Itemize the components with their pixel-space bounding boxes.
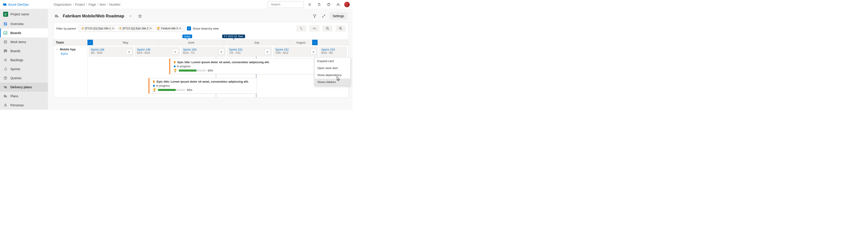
list-icon[interactable]: [306, 1, 313, 8]
azure-devops-icon: [3, 2, 7, 6]
add-item-button[interactable]: ＋: [311, 49, 316, 55]
svg-marker-31: [138, 14, 141, 18]
scroll-right-button[interactable]: ›: [312, 40, 318, 45]
user-settings-icon[interactable]: [335, 1, 342, 8]
sidebar-label: Delivery plans: [10, 85, 32, 89]
search-input[interactable]: [271, 2, 309, 6]
remove-pill[interactable]: ✕: [179, 27, 181, 30]
project-name: Project name: [10, 12, 29, 16]
sidebar-item-personas[interactable]: Personas: [0, 101, 48, 110]
month-june: June: [158, 40, 224, 45]
sidebar-item-backlogs[interactable]: Backlogs: [0, 56, 48, 65]
filter-pill-epic1[interactable]: ♛[FY22 Q1] Epic title 1✕: [80, 26, 116, 31]
svg-rect-19: [6, 50, 7, 52]
breadcrumb-item[interactable]: Item: [99, 3, 105, 6]
add-item-button[interactable]: ＋: [172, 49, 178, 55]
breadcrumb-project[interactable]: Project: [75, 3, 85, 6]
breadcrumb-organization[interactable]: Organization: [54, 3, 71, 6]
sprint-link[interactable]: Sprint 152: [275, 48, 289, 51]
breadcrumb-number[interactable]: Number: [110, 3, 121, 6]
chevron-down-icon: [56, 48, 59, 51]
backlogs-icon: [3, 58, 8, 62]
menu-show-children[interactable]: Show children: [315, 78, 350, 86]
avatar[interactable]: [344, 2, 350, 7]
zoom-in-button[interactable]: [336, 25, 346, 32]
hierarchy-toggle[interactable]: ✓ Show hiearchy view: [187, 26, 219, 31]
sprint-148[interactable]: Sprint 1485/2 - 5/20＋: [89, 47, 133, 57]
global-search[interactable]: [268, 1, 304, 8]
sprint-link[interactable]: Sprint 150: [183, 48, 196, 51]
sidebar-label: Sprints: [10, 67, 20, 71]
brand-link[interactable]: Azure DevOps: [3, 2, 29, 6]
trophy-icon: 🏆: [153, 88, 156, 92]
sidebar-item-boards-sub[interactable]: Boards: [0, 46, 48, 56]
page-title: Fabrikam Mobile/Web Roadmap: [63, 14, 124, 19]
epics-link[interactable]: Epics: [61, 52, 85, 55]
svg-line-37: [328, 29, 329, 30]
plans-icon: [3, 94, 8, 98]
sidebar-item-sprints[interactable]: Sprints: [0, 65, 48, 74]
svg-rect-26: [4, 95, 6, 96]
team-label-column: Mobile App Epics: [54, 45, 88, 97]
main-area: Fabrikam Mobile/Web Roadmap Settings Fil…: [48, 9, 352, 110]
month-july: July: [224, 40, 289, 45]
marketplace-icon[interactable]: [315, 1, 323, 8]
work-items-icon: [3, 40, 8, 44]
sidebar-label: Queries: [10, 76, 22, 80]
sprint-150[interactable]: Sprint 1506/13 - 7/1＋: [181, 47, 226, 57]
epic-card-2[interactable]: ♛Epic title: Lorem ipsum dolor sit amet,…: [149, 78, 257, 94]
menu-show-dependency[interactable]: Show dependency: [315, 72, 350, 78]
sidebar-item-boards[interactable]: Boards: [0, 28, 48, 37]
team-expand[interactable]: Mobile App: [56, 47, 85, 51]
sidebar-label: Boards: [10, 31, 21, 35]
sidebar-item-plans[interactable]: Plans: [0, 92, 48, 101]
dependencies-button[interactable]: [296, 25, 306, 32]
svg-rect-18: [5, 50, 6, 52]
sidebar-item-delivery-plans[interactable]: Delivery plans: [0, 82, 48, 92]
trophy-icon: 🏆: [174, 69, 177, 72]
team-header: Team: [54, 40, 88, 45]
month-august: August: [289, 40, 312, 45]
menu-open-work-item[interactable]: Open work item: [315, 65, 350, 72]
summary-button[interactable]: [309, 25, 319, 32]
sidebar-item-work-items[interactable]: Work items: [0, 37, 48, 46]
crown-icon: ♛: [174, 61, 176, 64]
sidebar-item-queries[interactable]: Queries: [0, 74, 48, 82]
sprint-link[interactable]: Sprint 149: [137, 48, 150, 51]
add-item-button[interactable]: ＋: [218, 49, 224, 55]
sprint-151[interactable]: Sprint 1517/4 - 7/22＋: [227, 47, 272, 57]
breadcrumb-page[interactable]: Page: [89, 3, 96, 6]
settings-button[interactable]: Settings: [329, 12, 347, 20]
sprint-link[interactable]: Sprint 153: [321, 48, 335, 51]
sidebar-item-overview[interactable]: Overview: [0, 20, 48, 28]
chevron-down-icon[interactable]: [127, 13, 134, 20]
sprint-link[interactable]: Sprint 148: [91, 48, 104, 51]
progress-bar: [158, 89, 185, 91]
remove-pill[interactable]: ✕: [112, 27, 114, 30]
filter-input[interactable]: ♛[FY22 Q1] Epic title 1✕ ♛[FY22 Q1] Epic…: [79, 25, 184, 32]
add-item-button[interactable]: ＋: [126, 49, 132, 55]
sprint-152[interactable]: Sprint 1527/25 - 8/12＋: [273, 47, 318, 57]
brand-text: Azure DevOps: [8, 3, 29, 6]
star-icon[interactable]: [136, 13, 143, 20]
sidebar-label: Personas: [10, 103, 24, 107]
filter-pill-epic2[interactable]: ♛[FY22 Q1] Epic title 2✕: [117, 26, 153, 31]
add-item-button[interactable]: ＋: [265, 49, 270, 55]
help-icon[interactable]: [325, 1, 332, 8]
sprint-link[interactable]: Sprint 151: [229, 48, 243, 51]
fullscreen-icon[interactable]: [320, 13, 327, 20]
project-picker[interactable]: C Project name: [0, 9, 48, 20]
filter-pill-feature[interactable]: 🏆Feature title 3✕: [155, 26, 183, 31]
scroll-left-button[interactable]: ‹: [88, 40, 93, 45]
remove-pill[interactable]: ✕: [149, 27, 152, 30]
sprint-149[interactable]: Sprint 1495/23 - 6/10＋: [135, 47, 180, 57]
sidebar-label: Backlogs: [10, 58, 23, 62]
progress-bar: [179, 70, 206, 72]
svg-rect-35: [313, 28, 315, 29]
menu-expand-card[interactable]: Expand card: [315, 58, 350, 65]
zoom-out-button[interactable]: [322, 25, 333, 32]
crown-icon: ♛: [82, 27, 84, 30]
filter-icon[interactable]: [311, 13, 318, 20]
sprint-153[interactable]: Sprint 1538/15 - 9/2: [319, 47, 346, 57]
sidebar-label: Overview: [10, 22, 24, 26]
